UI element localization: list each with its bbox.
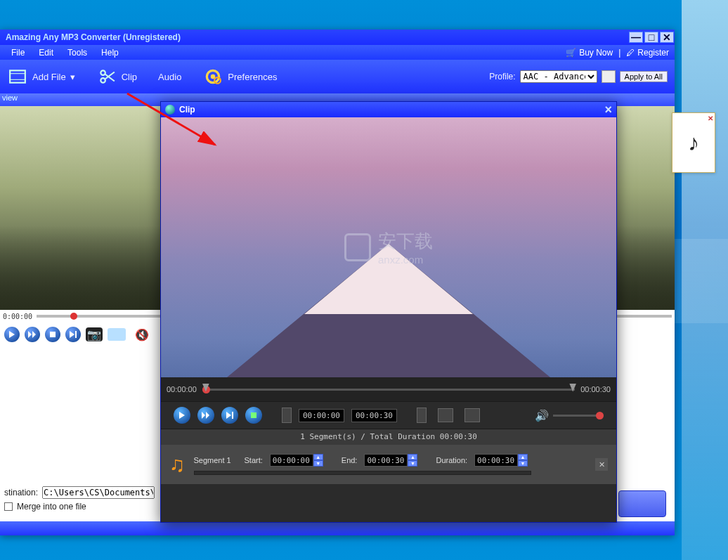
clip-seek-bar[interactable]: 00:00:00 00:00:30 (161, 377, 616, 401)
buy-now-label: Buy Now (579, 48, 613, 58)
minimize-button[interactable]: — (629, 32, 643, 43)
film-icon (7, 67, 28, 86)
new-segment-button[interactable] (438, 408, 453, 422)
clip-out-handle[interactable] (569, 384, 576, 392)
menu-edit[interactable]: Edit (32, 46, 60, 59)
clip-volume-knob[interactable] (596, 412, 604, 419)
format-thumb-panel: ✕ ♪ (672, 112, 715, 173)
clip-seek-end: 00:00:30 (580, 385, 611, 393)
menu-file[interactable]: File (4, 46, 32, 59)
svg-point-4 (100, 70, 105, 75)
music-note-icon: ♪ (688, 130, 699, 156)
menu-help[interactable]: Help (94, 46, 126, 59)
clip-next-button[interactable] (221, 407, 238, 424)
set-out-point-button[interactable] (417, 408, 427, 423)
add-file-button[interactable]: Add File ▾ (7, 67, 75, 86)
segment-start-input[interactable] (270, 454, 313, 467)
segment-start-label: Start: (245, 456, 263, 464)
menu-tools[interactable]: Tools (60, 46, 94, 59)
segment-end-input[interactable] (364, 454, 408, 467)
key-icon: 🖊 (626, 48, 635, 58)
clip-controls: 00:00:00 00:00:30 🔊 (161, 401, 616, 429)
cut-segment-button[interactable] (464, 408, 480, 422)
merge-checkbox[interactable] (4, 502, 13, 511)
watermark-bag-icon (344, 233, 371, 261)
profile-label: Profile: (489, 72, 515, 82)
app-title: Amazing Any MP3 Converter (Unregistered) (6, 30, 181, 45)
clip-button[interactable]: Clip (96, 67, 137, 86)
in-point-time: 00:00:00 (299, 409, 344, 422)
preferences-button[interactable]: Preferences (202, 67, 277, 86)
register-label: Register (637, 48, 669, 58)
clip-volume-icon[interactable]: 🔊 (535, 409, 549, 422)
apply-to-all-button[interactable]: Apply to All (620, 71, 668, 82)
clip-seek-track[interactable] (202, 389, 575, 391)
watermark-text2: anxz.com (378, 254, 433, 266)
dropdown-arrow-icon: ▾ (70, 72, 75, 82)
toolbar: Add File ▾ Clip Audio Preferences Profil… (0, 60, 675, 93)
start-up[interactable]: ▲ (313, 454, 323, 460)
add-file-label: Add File (32, 72, 66, 82)
convert-button[interactable] (618, 490, 666, 517)
destination-input[interactable] (42, 486, 155, 499)
clip-play-button[interactable] (174, 407, 190, 424)
open-folder-button[interactable] (108, 328, 126, 341)
clip-label: Clip (122, 72, 137, 82)
destination-label: stination: (4, 488, 38, 497)
snapshot-button[interactable]: 📷 (86, 327, 103, 341)
clip-volume-track[interactable] (553, 415, 604, 417)
segment-range-slider[interactable] (194, 471, 531, 475)
clip-titlebar: Clip × (161, 102, 616, 117)
svg-marker-12 (32, 331, 36, 338)
video-watermark: 安下载 anxz.com (344, 229, 433, 266)
clip-ff-button[interactable] (197, 407, 214, 424)
audio-label: Audio (158, 72, 181, 82)
segment-delete-button[interactable]: ✕ (595, 458, 608, 471)
svg-rect-15 (75, 331, 77, 338)
svg-marker-19 (226, 412, 231, 419)
main-seek-knob[interactable] (70, 313, 77, 320)
close-button[interactable]: ✕ (660, 32, 674, 43)
segment-audio-icon: ♫ (169, 452, 186, 476)
end-up[interactable]: ▲ (408, 454, 417, 460)
segment-end-label: End: (342, 456, 358, 464)
maximize-button[interactable]: □ (644, 32, 658, 43)
svg-marker-16 (179, 412, 185, 419)
scissors-icon (96, 67, 117, 86)
menubar: File Edit Tools Help 🛒 Buy Now | 🖊 Regis… (0, 45, 675, 60)
audio-button[interactable]: Audio (158, 72, 181, 82)
segment-dur-input[interactable] (474, 454, 518, 467)
play-button[interactable] (4, 327, 20, 342)
out-point-time: 00:00:30 (351, 409, 397, 422)
dur-up[interactable]: ▲ (518, 454, 528, 460)
end-down[interactable]: ▼ (408, 460, 417, 467)
svg-marker-18 (206, 412, 209, 419)
watermark-text1: 安下载 (378, 229, 433, 254)
app-titlebar: Amazing Any MP3 Converter (Unregistered)… (0, 30, 675, 45)
register-link[interactable]: 🖊 Register (626, 48, 669, 58)
clip-stop-button[interactable] (245, 407, 262, 424)
svg-marker-11 (28, 331, 32, 338)
clip-title: Clip (179, 105, 195, 115)
profile-settings-button[interactable] (602, 70, 616, 83)
next-button[interactable] (65, 327, 81, 342)
buy-now-link[interactable]: 🛒 Buy Now (566, 48, 613, 58)
clip-seek-start: 00:00:00 (167, 385, 197, 393)
cart-icon: 🛒 (566, 48, 576, 58)
main-seek-start: 0:00:00 (3, 313, 32, 320)
volume-icon[interactable]: 🔇 (135, 328, 149, 341)
clip-close-button[interactable]: × (604, 105, 612, 115)
profile-select[interactable]: AAC - Advanced (520, 70, 597, 83)
segment-row: ♫ Segment 1 Start: ▲▼ End: ▲▼ Duration: … (161, 445, 616, 484)
svg-rect-20 (232, 412, 233, 419)
start-down[interactable]: ▼ (313, 460, 323, 467)
clip-app-icon (165, 105, 175, 115)
dur-down[interactable]: ▼ (518, 460, 528, 467)
fast-forward-button[interactable] (25, 327, 40, 342)
thumb-close-button[interactable]: ✕ (708, 115, 713, 122)
stop-button[interactable] (45, 327, 60, 342)
gear-icon (202, 67, 223, 86)
set-in-point-button[interactable] (282, 408, 292, 423)
svg-marker-14 (70, 331, 74, 338)
segment-dur-label: Duration: (436, 456, 467, 464)
